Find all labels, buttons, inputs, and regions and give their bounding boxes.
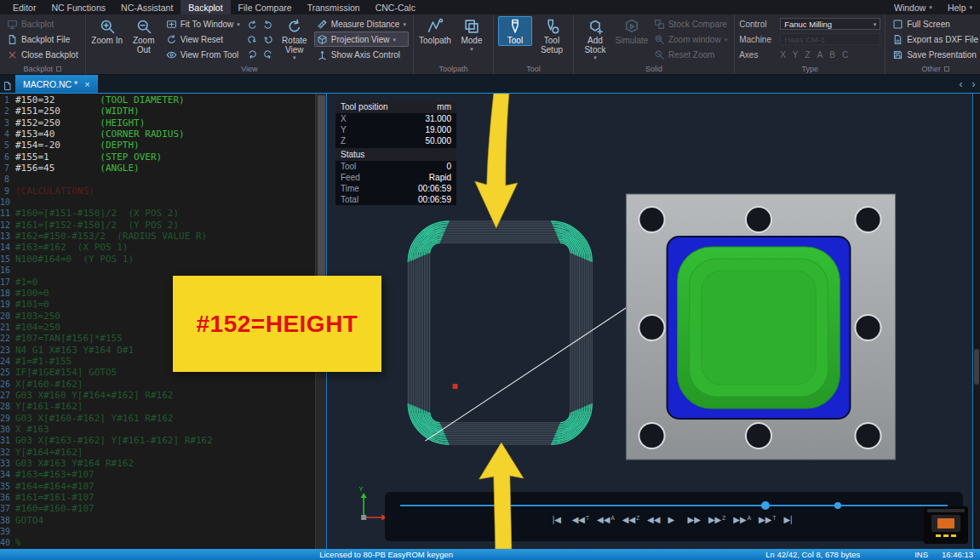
code-line: 38GOTO4 <box>0 515 315 526</box>
rotate-view-preset-button[interactable] <box>261 32 275 47</box>
menu-transmission[interactable]: Transmission <box>300 0 368 14</box>
tool-marker <box>453 384 458 389</box>
rotate-view-preset-button[interactable] <box>245 32 260 47</box>
code-line: 9(CALCULATIONS) <box>0 186 315 197</box>
window-scrollbar[interactable] <box>973 94 980 549</box>
rotate-view-preset-button[interactable] <box>261 17 275 31</box>
full-screen-button[interactable]: Full Screen <box>890 16 953 31</box>
playback-button[interactable]: ◀◀ <box>647 515 660 524</box>
zoom-out-icon <box>135 18 152 35</box>
zoom-out-button[interactable]: Zoom Out <box>127 16 161 54</box>
axis-letter: C <box>842 50 848 60</box>
tool-button[interactable]: Tool <box>498 16 532 46</box>
rotate-view-preset-button[interactable] <box>245 17 260 31</box>
code-line: 4#153=40 (CORNER RADIUS) <box>0 129 315 140</box>
menu-window[interactable]: Window ▾ <box>886 0 940 14</box>
reset-zoom-icon <box>654 49 665 60</box>
playback-button[interactable]: ▶| <box>783 515 795 524</box>
menu-editor[interactable]: Editor <box>5 0 43 14</box>
menu-cnc-calc[interactable]: CNC-Calc <box>368 0 423 14</box>
ruler-icon <box>317 19 328 30</box>
projection-view-button[interactable]: Projection View ▾ <box>314 31 409 47</box>
backplot-button[interactable]: Backplot <box>4 16 56 31</box>
code-line: 14#163=#162 (X POS 1) <box>0 242 315 253</box>
playback-button[interactable]: ◀◀Z <box>622 515 639 524</box>
timeline-slider[interactable] <box>400 505 948 506</box>
add-stock-button[interactable]: Add Stock ▾ <box>578 16 612 60</box>
playback-button[interactable]: ▶▶Z <box>708 515 725 524</box>
playback-button[interactable]: ◀◀A <box>597 515 615 524</box>
backplot-viewport[interactable]: Y X Tool positionmm X31.000 Y19.000 Z50.… <box>326 94 973 549</box>
save-presentation-button[interactable]: Save Presentation <box>890 47 979 62</box>
application-window: Editor NC Functions NC-Assistant Backplo… <box>0 0 980 560</box>
zoom-in-icon <box>99 18 116 35</box>
stock-compare-button[interactable]: Stock Compare <box>651 16 730 31</box>
tool-icon <box>507 18 524 35</box>
file-icon <box>7 34 18 45</box>
callout-label: #152=HEIGHT <box>173 276 381 372</box>
control-select[interactable]: Fanuc Milling ▾ <box>780 18 880 30</box>
chevron-down-icon: ▾ <box>969 4 972 10</box>
clock: 16:46:13 <box>942 550 973 559</box>
code-line: 16 <box>0 265 315 276</box>
toolpath-icon <box>427 18 444 35</box>
code-line: 6#155=1 (STEP OVER) <box>0 151 315 163</box>
toolpath-button[interactable]: Toolpath <box>418 16 452 46</box>
menu-nc-assistant[interactable]: NC-Assistant <box>113 0 181 14</box>
code-line: 33G03 X#163 Y#164 R#162 <box>0 458 315 469</box>
code-line: 37#160=#160-#107 <box>0 503 315 514</box>
tab-scroll-left[interactable]: ‹ <box>954 75 967 93</box>
view-reset-button[interactable]: View Reset <box>163 31 243 47</box>
show-axis-control-button[interactable]: Show Axis Control <box>314 47 409 62</box>
dialog-launcher-icon[interactable] <box>944 66 949 71</box>
backplot-icon <box>7 19 18 30</box>
chevron-down-icon: ▾ <box>874 21 877 27</box>
timeline-marker[interactable] <box>834 502 841 509</box>
reset-zoom-button[interactable]: Reset Zoom <box>651 47 730 62</box>
zoom-window-button[interactable]: Zoom window ▾ <box>651 31 730 47</box>
fit-to-window-button[interactable]: Fit To Window ▾ <box>163 16 243 31</box>
timeline-handle[interactable] <box>761 501 770 510</box>
chevron-down-icon: ▾ <box>470 46 473 52</box>
channel-logo <box>924 506 968 544</box>
menu-backplot[interactable]: Backplot <box>181 0 230 14</box>
simulate-button[interactable]: Simulate <box>615 16 649 46</box>
tab-scroll-right[interactable]: › <box>967 75 980 93</box>
axis-letter: B <box>829 50 835 60</box>
menu-file-compare[interactable]: File Compare <box>231 0 300 14</box>
tool-setup-button[interactable]: Tool Setup <box>535 16 569 54</box>
playback-button[interactable]: ◀◀T <box>572 515 589 524</box>
machine-select[interactable]: Haas CM-1 <box>780 33 880 45</box>
playback-button[interactable]: ▶▶A <box>733 515 751 524</box>
view-from-tool-button[interactable]: View From Tool <box>163 47 243 62</box>
chevron-down-icon: ▾ <box>293 54 296 60</box>
menu-nc-functions[interactable]: NC Functions <box>43 0 113 14</box>
rotate-view-preset-button[interactable] <box>245 48 260 62</box>
tool-setup-icon <box>543 18 560 35</box>
mode-button[interactable]: Mode ▾ <box>455 16 489 52</box>
code-line: 40% <box>0 537 315 548</box>
close-tab-icon[interactable]: × <box>84 79 89 89</box>
rotate-view-button[interactable]: Rotate View ▾ <box>278 16 312 60</box>
playback-button[interactable]: |◀ <box>553 515 565 524</box>
ribbon-group-other: Full Screen Export as DXF File Save Pres… <box>885 14 980 74</box>
export-dxf-button[interactable]: Export as DXF File <box>890 31 980 47</box>
playback-button[interactable]: ▶ <box>668 515 680 524</box>
close-backplot-button[interactable]: Close Backplot <box>4 47 81 62</box>
main-area: 1#150=32 (TOOL DIAMETER)2#151=250 (WIDTH… <box>0 94 980 549</box>
mode-icon <box>463 18 480 35</box>
playback-button[interactable]: ▶▶ <box>688 515 701 524</box>
tab-macro-nc[interactable]: MACRO.NC * × <box>15 75 98 93</box>
axis-letter: Y <box>793 50 799 60</box>
menu-help[interactable]: Help ▾ <box>940 0 980 14</box>
rotate-icon <box>262 49 273 60</box>
backplot-file-button[interactable]: Backplot File <box>4 31 72 47</box>
zoom-in-button[interactable]: Zoom In <box>90 16 124 46</box>
measure-distance-button[interactable]: Measure Distance ▾ <box>314 16 409 31</box>
ribbon-toolbar: Backplot Backplot File Close Backplot Ba… <box>0 14 980 75</box>
rotate-view-preset-button[interactable] <box>261 48 275 62</box>
dxf-file-icon <box>892 34 903 45</box>
dialog-launcher-icon[interactable] <box>56 66 61 71</box>
solid-part-view <box>626 194 895 460</box>
playback-button[interactable]: ▶▶T <box>759 515 776 524</box>
